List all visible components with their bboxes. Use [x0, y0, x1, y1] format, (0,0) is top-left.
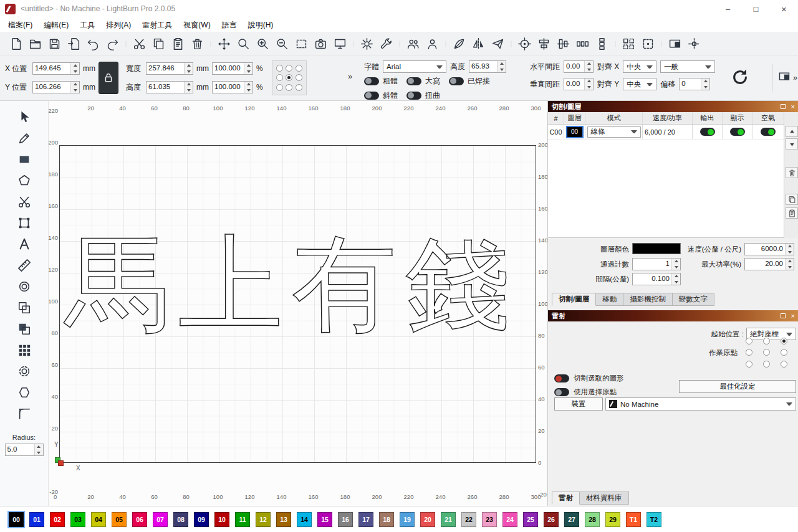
- zoom-out-icon[interactable]: [272, 35, 292, 54]
- interval-input[interactable]: 0.100: [632, 273, 681, 285]
- cuts-panel-header[interactable]: 切割/圖層 ×: [548, 101, 798, 112]
- menu-item[interactable]: 工具: [74, 17, 100, 32]
- close-panel-icon[interactable]: ×: [791, 313, 795, 320]
- redo-icon[interactable]: [103, 35, 122, 54]
- devices-button[interactable]: 裝置: [554, 397, 603, 411]
- palette-swatch[interactable]: 10: [214, 512, 229, 527]
- shape-handles-tool-icon[interactable]: [14, 213, 34, 233]
- palette-swatch[interactable]: 14: [297, 512, 312, 527]
- select-tool-icon[interactable]: [14, 107, 34, 127]
- polygon-tool-icon[interactable]: [14, 171, 34, 191]
- cut-row-mode-cell[interactable]: 線條: [585, 125, 643, 139]
- boolean-tool-icon[interactable]: [14, 319, 34, 339]
- work-area[interactable]: [59, 145, 536, 463]
- welded-toggle[interactable]: [449, 77, 464, 85]
- paste-layer-button[interactable]: [786, 207, 798, 219]
- spinner-arrows-icon[interactable]: [70, 63, 79, 74]
- align-horizontal-icon[interactable]: [534, 35, 554, 54]
- menu-item[interactable]: 視窗(W): [178, 17, 216, 32]
- palette-swatch[interactable]: 07: [153, 512, 168, 527]
- spinner-arrows-icon[interactable]: [244, 82, 252, 93]
- vspace-input[interactable]: 0.00: [564, 78, 594, 90]
- palette-swatch[interactable]: 01: [29, 512, 44, 527]
- palette-swatch[interactable]: 23: [482, 512, 497, 527]
- menu-item[interactable]: 編輯(E): [38, 17, 74, 32]
- open-icon[interactable]: [26, 35, 45, 54]
- font-size-input[interactable]: 65.93: [469, 60, 506, 73]
- cut-row-layer-cell[interactable]: 00: [564, 125, 585, 139]
- align-x-combo[interactable]: 中央: [623, 60, 656, 73]
- settings-icon[interactable]: [377, 35, 396, 54]
- zoom-icon[interactable]: [234, 35, 253, 54]
- dock-panel-button[interactable]: [777, 69, 792, 84]
- copy-layer-button[interactable]: [786, 194, 798, 205]
- menu-item[interactable]: 說明(H): [243, 17, 279, 32]
- radius-fillet-tool-icon[interactable]: [14, 404, 34, 424]
- measure-tool-icon[interactable]: [14, 255, 34, 275]
- palette-swatch[interactable]: 09: [194, 512, 209, 527]
- pan-icon[interactable]: [214, 35, 234, 54]
- spinner-arrows-icon[interactable]: [184, 63, 193, 74]
- anchor-top-right[interactable]: [296, 65, 302, 72]
- cuts-list[interactable]: #圖層模式速度/功率輸出顯示空氣 C00 00 線條 6,000 / 20: [548, 112, 784, 238]
- palette-swatch[interactable]: 03: [70, 512, 85, 527]
- spinner-arrows-icon[interactable]: [34, 444, 43, 455]
- spinner-arrows-icon[interactable]: [497, 61, 506, 72]
- distribute-horizontal-icon[interactable]: [573, 35, 592, 54]
- palette-swatch[interactable]: 15: [317, 512, 332, 527]
- scale-y-input[interactable]: 100.000: [212, 81, 253, 93]
- maximize-button[interactable]: □: [742, 0, 770, 17]
- device-settings-icon[interactable]: [357, 35, 377, 54]
- cut-selected-toggle[interactable]: [554, 374, 569, 382]
- origin-center[interactable]: [763, 349, 770, 356]
- mode-combo[interactable]: 線條: [587, 126, 641, 138]
- radius-input[interactable]: 5.0: [5, 444, 44, 456]
- camera-icon[interactable]: [311, 35, 330, 54]
- palette-swatch[interactable]: T1: [626, 512, 641, 527]
- dock-window-icon[interactable]: [665, 35, 685, 54]
- cuts-tab[interactable]: 移動: [596, 293, 623, 306]
- palette-swatch[interactable]: 12: [256, 512, 271, 527]
- origin-middle-right[interactable]: [781, 349, 787, 356]
- palette-swatch[interactable]: 04: [91, 512, 106, 527]
- weld-icon[interactable]: [449, 35, 469, 54]
- spinner-arrows-icon[interactable]: [671, 273, 680, 285]
- minimize-button[interactable]: –: [714, 0, 742, 17]
- distribute-vertical-icon[interactable]: [592, 35, 612, 54]
- offset-tool-icon[interactable]: [14, 277, 34, 297]
- cuts-tab[interactable]: 變數文字: [673, 293, 714, 306]
- preview-icon[interactable]: [330, 35, 350, 54]
- optimization-settings-button[interactable]: 最佳化設定: [679, 380, 796, 393]
- offset-input[interactable]: 0: [679, 78, 710, 90]
- laser-panel-header[interactable]: 雷射 ×: [548, 310, 798, 321]
- close-panel-icon[interactable]: ×: [791, 103, 795, 110]
- menu-item[interactable]: 雷射工具: [137, 17, 178, 32]
- spinner-arrows-icon[interactable]: [785, 244, 794, 255]
- anchor-bottom-center[interactable]: [286, 84, 292, 91]
- palette-swatch[interactable]: 16: [338, 512, 353, 527]
- distort-toggle[interactable]: [406, 92, 421, 100]
- palette-swatch[interactable]: 08: [173, 512, 188, 527]
- grid-array-icon[interactable]: [619, 35, 638, 54]
- cuts-tab[interactable]: 攝影機控制: [623, 293, 673, 306]
- spinner-arrows-icon[interactable]: [584, 61, 593, 72]
- spinner-arrows-icon[interactable]: [184, 82, 193, 93]
- cuts-tab[interactable]: 切割/圖層: [552, 293, 596, 306]
- new-file-icon[interactable]: [6, 35, 26, 54]
- palette-swatch[interactable]: 17: [358, 512, 373, 527]
- undo-icon[interactable]: [84, 35, 103, 54]
- palette-swatch[interactable]: 20: [420, 512, 435, 527]
- anchor-center[interactable]: [286, 74, 292, 81]
- anchor-top-center[interactable]: [286, 65, 292, 72]
- grid-array-tool-icon[interactable]: [14, 340, 34, 360]
- user-icon[interactable]: [423, 35, 442, 54]
- gear-shape-tool-icon[interactable]: [14, 361, 34, 381]
- send-icon[interactable]: [488, 35, 507, 54]
- palette-swatch[interactable]: 06: [132, 512, 147, 527]
- copy-along-tool-icon[interactable]: [14, 298, 34, 318]
- position-laser-icon[interactable]: [515, 35, 534, 54]
- snap-icon[interactable]: [638, 35, 658, 54]
- anchor-top-left[interactable]: [276, 65, 283, 72]
- origin-bottom-center[interactable]: [763, 361, 770, 368]
- width-input[interactable]: 257.846: [146, 62, 193, 75]
